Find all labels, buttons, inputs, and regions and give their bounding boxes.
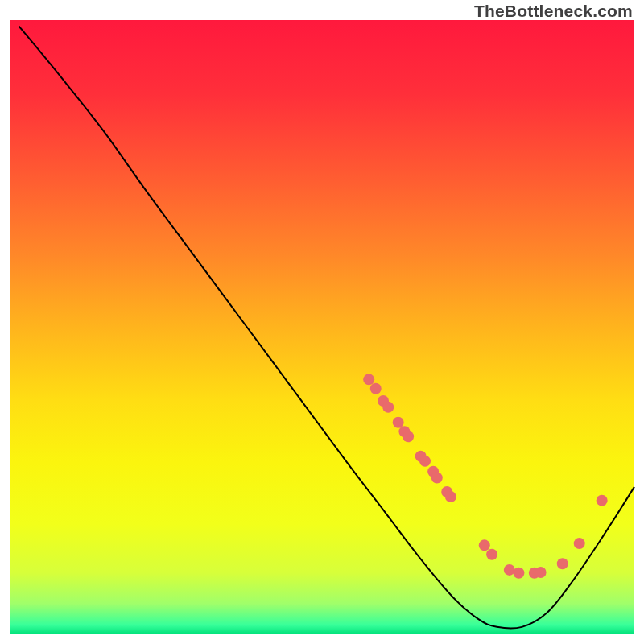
data-marker: [557, 558, 568, 569]
data-marker: [597, 495, 608, 506]
data-marker: [363, 374, 374, 385]
chart-container: TheBottleneck.com: [0, 0, 644, 644]
bottleneck-curve: [19, 27, 634, 629]
data-markers: [363, 374, 607, 578]
data-marker: [402, 431, 414, 442]
data-marker: [486, 549, 497, 560]
plot-area: [10, 20, 634, 634]
data-marker: [393, 417, 404, 428]
data-marker: [574, 538, 585, 549]
data-marker: [382, 402, 394, 413]
watermark-text: TheBottleneck.com: [474, 2, 633, 21]
data-marker: [431, 472, 443, 483]
data-marker: [370, 383, 382, 394]
data-marker: [513, 568, 524, 579]
data-marker: [445, 491, 456, 502]
data-marker: [535, 567, 547, 578]
data-marker: [479, 539, 490, 551]
curve-layer: [10, 20, 634, 634]
data-marker: [419, 456, 431, 467]
